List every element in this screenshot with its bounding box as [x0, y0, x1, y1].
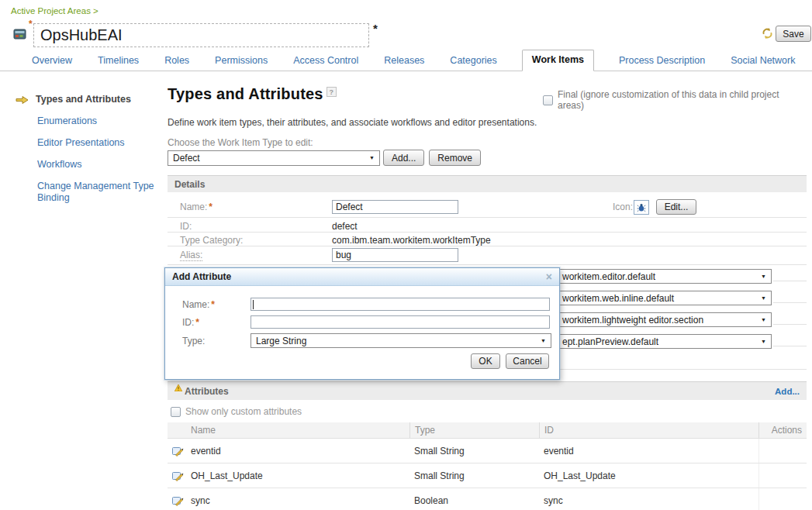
attribute-actions	[758, 439, 807, 463]
attribute-name: sync	[186, 495, 409, 506]
name-column-header: Name	[186, 425, 409, 436]
dialog-title: Add Attribute	[172, 271, 231, 282]
final-checkbox-label: Final (ignore customization of this data…	[558, 89, 807, 111]
attributes-table: Name Type ID Actions eventid Small Strin…	[168, 422, 807, 510]
dialog-id-input[interactable]	[251, 315, 550, 329]
custom-attributes-filter: Show only custom attributes	[171, 406, 302, 417]
current-section-arrow-icon	[16, 95, 29, 105]
dialog-titlebar[interactable]: Add Attribute ×	[165, 268, 559, 286]
attribute-type: Boolean	[409, 495, 539, 506]
filter-checkbox-label: Show only custom attributes	[185, 406, 302, 417]
sidebar-item-label: Types and Attributes	[36, 94, 131, 105]
attribute-id: sync	[539, 495, 758, 506]
attribute-icon	[168, 470, 186, 481]
dialog-type-select[interactable]: Large String ▼	[251, 333, 551, 348]
attribute-icon	[168, 495, 186, 506]
final-checkbox[interactable]	[543, 95, 553, 105]
type-icon-preview	[634, 200, 649, 215]
details-section-header: Details	[168, 175, 807, 192]
attribute-type: Small String	[409, 446, 539, 457]
name-field-label: Name:*	[180, 202, 213, 212]
id-field-label: ID:	[180, 221, 192, 232]
main-content: Types and Attributes ? Final (ignore cus…	[168, 0, 807, 510]
warning-icon	[174, 383, 182, 394]
cancel-button[interactable]: Cancel	[506, 353, 549, 369]
table-row[interactable]: OH_Last_Update Small String OH_Last_Upda…	[168, 463, 807, 488]
sidebar-item-label: Enumerations	[37, 115, 97, 126]
type-category-value: com.ibm.team.workitem.workItemType	[332, 235, 491, 246]
table-row[interactable]: eventid Small String eventid	[168, 439, 807, 463]
attribute-actions	[758, 463, 807, 488]
id-field-value: defect	[332, 221, 358, 232]
attribute-id: OH_Last_Update	[539, 470, 758, 481]
selected-work-item-type: Defect	[173, 153, 200, 164]
sidebar-item-workflows[interactable]: Workflows	[16, 159, 164, 171]
sidebar-item-types-and-attributes[interactable]: Types and Attributes	[16, 94, 164, 105]
lightweight-editor-presentation-select[interactable]: workitem.lightweight editor.section ▼	[557, 312, 772, 327]
dropdown-caret-icon: ▼	[761, 317, 766, 322]
dialog-name-label: Name:*	[182, 299, 215, 310]
dropdown-caret-icon: ▼	[761, 274, 766, 279]
dropdown-caret-icon: ▼	[541, 338, 546, 343]
id-column-header: ID	[539, 422, 758, 438]
attributes-section-title: Attributes	[185, 386, 229, 397]
type-category-label: Type Category:	[180, 235, 243, 246]
dropdown-caret-icon: ▼	[761, 339, 766, 344]
bug-icon	[637, 203, 646, 212]
dialog-id-label: ID:*	[182, 317, 199, 328]
section-description: Define work item types, their attributes…	[168, 117, 537, 128]
sidebar-item-change-management-type-binding[interactable]: Change Management Type Binding	[16, 181, 164, 204]
type-name-input[interactable]	[332, 200, 458, 214]
sidebar-item-editor-presentations[interactable]: Editor Presentations	[16, 137, 164, 149]
sidebar: Types and Attributes Enumerations Editor…	[16, 94, 164, 214]
web-inline-presentation-select[interactable]: workitem.web.inline.default ▼	[557, 291, 772, 305]
ok-button[interactable]: OK	[471, 353, 500, 369]
table-header-row: Name Type ID Actions	[168, 422, 807, 439]
details-section-title: Details	[174, 179, 205, 190]
remove-type-button[interactable]: Remove	[429, 150, 481, 166]
sidebar-item-enumerations[interactable]: Enumerations	[16, 115, 164, 127]
page-title-row: Types and Attributes ?	[168, 85, 337, 103]
add-type-button[interactable]: Add...	[383, 150, 424, 166]
lightweight-editor-presentation-value: workitem.lightweight editor.section	[562, 315, 703, 326]
text-cursor	[253, 300, 254, 309]
show-only-custom-attributes-checkbox[interactable]	[171, 407, 181, 417]
page-title: Types and Attributes	[168, 85, 323, 103]
plan-preview-presentation-select[interactable]: ept.planPreview.default ▼	[557, 334, 772, 349]
project-area-icon	[13, 28, 26, 43]
breadcrumb[interactable]: Active Project Areas >	[11, 6, 98, 16]
dropdown-caret-icon: ▼	[369, 155, 375, 160]
project-area-editor: Active Project Areas > * * Save Overview…	[0, 0, 812, 510]
attribute-icon	[168, 446, 186, 457]
tab-overview[interactable]: Overview	[31, 51, 73, 71]
close-icon[interactable]: ×	[546, 272, 552, 281]
editor-presentation-value: workitem.editor.default	[562, 271, 655, 282]
dialog-type-value: Large String	[256, 336, 306, 346]
sidebar-item-label: Editor Presentations	[37, 137, 125, 148]
web-inline-presentation-value: workitem.web.inline.default	[562, 293, 674, 304]
icon-field-label: Icon:	[613, 202, 633, 212]
sidebar-item-label: Workflows	[37, 159, 81, 170]
add-attribute-link[interactable]: Add...	[775, 387, 800, 396]
sidebar-item-label: Change Management Type Binding	[37, 181, 154, 203]
tab-timelines[interactable]: Timelines	[97, 51, 140, 71]
alias-input[interactable]	[332, 248, 458, 262]
dialog-name-input[interactable]	[251, 298, 550, 311]
attribute-name: OH_Last_Update	[186, 470, 409, 481]
alias-field-label: Alias:	[180, 250, 202, 261]
attributes-section-header: Attributes Add...	[168, 381, 807, 400]
table-row[interactable]: sync Boolean sync	[168, 488, 807, 510]
dropdown-caret-icon: ▼	[761, 295, 766, 301]
work-item-type-chooser: Defect ▼ Add... Remove	[168, 150, 485, 166]
required-marker: *	[29, 19, 33, 29]
work-item-type-chooser-label: Choose the Work Item Type to edit:	[168, 137, 313, 148]
attribute-name: eventid	[186, 446, 409, 457]
dialog-buttons: OK Cancel	[465, 353, 549, 369]
attribute-id: eventid	[539, 446, 758, 457]
type-column-header: Type	[409, 422, 539, 438]
attribute-actions	[758, 488, 807, 510]
help-icon[interactable]: ?	[327, 87, 337, 97]
work-item-type-select[interactable]: Defect ▼	[168, 150, 380, 166]
edit-icon-button[interactable]: Edit...	[656, 199, 696, 215]
editor-presentation-select[interactable]: workitem.editor.default ▼	[557, 269, 772, 284]
